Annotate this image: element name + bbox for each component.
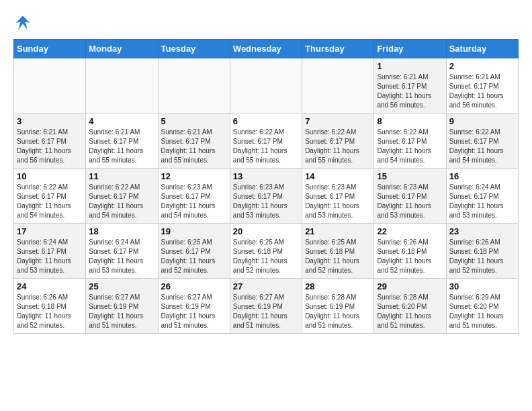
calendar-cell: 22Sunrise: 6:26 AM Sunset: 6:18 PM Dayli… [374, 224, 446, 279]
calendar-cell: 12Sunrise: 6:23 AM Sunset: 6:17 PM Dayli… [158, 169, 230, 224]
day-info: Sunrise: 6:24 AM Sunset: 6:17 PM Dayligh… [449, 183, 515, 220]
day-number: 28 [305, 281, 371, 291]
day-number: 10 [17, 171, 83, 181]
day-info: Sunrise: 6:24 AM Sunset: 6:17 PM Dayligh… [17, 238, 83, 275]
calendar-week-row: 10Sunrise: 6:22 AM Sunset: 6:17 PM Dayli… [14, 169, 519, 224]
calendar-cell: 10Sunrise: 6:22 AM Sunset: 6:17 PM Dayli… [14, 169, 86, 224]
day-info: Sunrise: 6:21 AM Sunset: 6:17 PM Dayligh… [377, 73, 443, 110]
header-sunday: Sunday [14, 40, 86, 58]
day-info: Sunrise: 6:27 AM Sunset: 6:19 PM Dayligh… [89, 293, 154, 330]
day-number: 3 [17, 116, 83, 126]
day-number: 16 [449, 171, 515, 181]
day-info: Sunrise: 6:26 AM Sunset: 6:18 PM Dayligh… [17, 293, 83, 330]
calendar-cell: 24Sunrise: 6:26 AM Sunset: 6:18 PM Dayli… [14, 279, 86, 334]
calendar-cell: 23Sunrise: 6:26 AM Sunset: 6:18 PM Dayli… [446, 224, 518, 279]
day-number: 19 [161, 226, 227, 236]
day-number: 8 [377, 116, 443, 126]
day-info: Sunrise: 6:21 AM Sunset: 6:17 PM Dayligh… [449, 73, 515, 110]
calendar-cell: 14Sunrise: 6:23 AM Sunset: 6:17 PM Dayli… [302, 169, 374, 224]
calendar-cell [302, 58, 374, 113]
day-info: Sunrise: 6:21 AM Sunset: 6:17 PM Dayligh… [161, 128, 227, 165]
day-number: 5 [161, 116, 227, 126]
day-info: Sunrise: 6:29 AM Sunset: 6:20 PM Dayligh… [449, 293, 515, 330]
calendar-cell: 29Sunrise: 6:28 AM Sunset: 6:20 PM Dayli… [374, 279, 446, 334]
calendar-cell [230, 58, 302, 113]
logo [13, 13, 35, 32]
day-info: Sunrise: 6:22 AM Sunset: 6:17 PM Dayligh… [449, 128, 515, 165]
day-number: 18 [89, 226, 154, 236]
calendar-week-row: 1Sunrise: 6:21 AM Sunset: 6:17 PM Daylig… [14, 58, 519, 113]
calendar-cell [158, 58, 230, 113]
header-monday: Monday [86, 40, 158, 58]
logo-icon [13, 13, 32, 32]
day-number: 14 [305, 171, 371, 181]
day-info: Sunrise: 6:21 AM Sunset: 6:17 PM Dayligh… [89, 128, 154, 165]
header-thursday: Thursday [302, 40, 374, 58]
calendar-cell: 6Sunrise: 6:22 AM Sunset: 6:17 PM Daylig… [230, 113, 302, 169]
header-tuesday: Tuesday [158, 40, 230, 58]
header-saturday: Saturday [446, 40, 518, 58]
day-info: Sunrise: 6:25 AM Sunset: 6:17 PM Dayligh… [161, 238, 227, 275]
day-number: 26 [161, 281, 227, 291]
calendar-cell: 8Sunrise: 6:22 AM Sunset: 6:17 PM Daylig… [374, 113, 446, 169]
calendar-cell: 27Sunrise: 6:27 AM Sunset: 6:19 PM Dayli… [230, 279, 302, 334]
day-info: Sunrise: 6:25 AM Sunset: 6:18 PM Dayligh… [233, 238, 299, 275]
calendar-table: SundayMondayTuesdayWednesdayThursdayFrid… [13, 39, 519, 334]
day-info: Sunrise: 6:27 AM Sunset: 6:19 PM Dayligh… [161, 293, 227, 330]
calendar-cell: 3Sunrise: 6:21 AM Sunset: 6:17 PM Daylig… [14, 113, 86, 169]
calendar-cell [86, 58, 158, 113]
calendar-cell: 18Sunrise: 6:24 AM Sunset: 6:17 PM Dayli… [86, 224, 158, 279]
calendar-cell: 17Sunrise: 6:24 AM Sunset: 6:17 PM Dayli… [14, 224, 86, 279]
day-number: 12 [161, 171, 227, 181]
day-number: 4 [89, 116, 154, 126]
calendar-cell: 21Sunrise: 6:25 AM Sunset: 6:18 PM Dayli… [302, 224, 374, 279]
day-number: 23 [449, 226, 515, 236]
day-info: Sunrise: 6:22 AM Sunset: 6:17 PM Dayligh… [17, 183, 83, 220]
calendar-cell: 26Sunrise: 6:27 AM Sunset: 6:19 PM Dayli… [158, 279, 230, 334]
calendar-cell: 5Sunrise: 6:21 AM Sunset: 6:17 PM Daylig… [158, 113, 230, 169]
day-number: 13 [233, 171, 299, 181]
day-number: 29 [377, 281, 443, 291]
day-number: 17 [17, 226, 83, 236]
calendar-cell: 4Sunrise: 6:21 AM Sunset: 6:17 PM Daylig… [86, 113, 158, 169]
day-info: Sunrise: 6:25 AM Sunset: 6:18 PM Dayligh… [305, 238, 371, 275]
day-number: 2 [449, 61, 515, 71]
calendar-week-row: 3Sunrise: 6:21 AM Sunset: 6:17 PM Daylig… [14, 113, 519, 169]
calendar-week-row: 24Sunrise: 6:26 AM Sunset: 6:18 PM Dayli… [14, 279, 519, 334]
day-number: 22 [377, 226, 443, 236]
page-header [13, 13, 519, 32]
day-number: 1 [377, 61, 443, 71]
day-info: Sunrise: 6:22 AM Sunset: 6:17 PM Dayligh… [233, 128, 299, 165]
day-info: Sunrise: 6:26 AM Sunset: 6:18 PM Dayligh… [377, 238, 443, 275]
day-number: 9 [449, 116, 515, 126]
day-info: Sunrise: 6:22 AM Sunset: 6:17 PM Dayligh… [89, 183, 154, 220]
day-number: 30 [449, 281, 515, 291]
day-info: Sunrise: 6:22 AM Sunset: 6:17 PM Dayligh… [377, 128, 443, 165]
day-info: Sunrise: 6:23 AM Sunset: 6:17 PM Dayligh… [377, 183, 443, 220]
calendar-cell: 19Sunrise: 6:25 AM Sunset: 6:17 PM Dayli… [158, 224, 230, 279]
day-info: Sunrise: 6:24 AM Sunset: 6:17 PM Dayligh… [89, 238, 154, 275]
day-number: 21 [305, 226, 371, 236]
calendar-week-row: 17Sunrise: 6:24 AM Sunset: 6:17 PM Dayli… [14, 224, 519, 279]
calendar-cell: 16Sunrise: 6:24 AM Sunset: 6:17 PM Dayli… [446, 169, 518, 224]
day-number: 7 [305, 116, 371, 126]
calendar-cell: 2Sunrise: 6:21 AM Sunset: 6:17 PM Daylig… [446, 58, 518, 113]
day-info: Sunrise: 6:23 AM Sunset: 6:17 PM Dayligh… [233, 183, 299, 220]
day-info: Sunrise: 6:26 AM Sunset: 6:18 PM Dayligh… [449, 238, 515, 275]
day-info: Sunrise: 6:23 AM Sunset: 6:17 PM Dayligh… [305, 183, 371, 220]
day-info: Sunrise: 6:28 AM Sunset: 6:20 PM Dayligh… [377, 293, 443, 330]
calendar-cell: 11Sunrise: 6:22 AM Sunset: 6:17 PM Dayli… [86, 169, 158, 224]
calendar-cell: 25Sunrise: 6:27 AM Sunset: 6:19 PM Dayli… [86, 279, 158, 334]
day-info: Sunrise: 6:28 AM Sunset: 6:19 PM Dayligh… [305, 293, 371, 330]
day-info: Sunrise: 6:22 AM Sunset: 6:17 PM Dayligh… [305, 128, 371, 165]
calendar-cell: 15Sunrise: 6:23 AM Sunset: 6:17 PM Dayli… [374, 169, 446, 224]
calendar-cell: 20Sunrise: 6:25 AM Sunset: 6:18 PM Dayli… [230, 224, 302, 279]
calendar-cell: 13Sunrise: 6:23 AM Sunset: 6:17 PM Dayli… [230, 169, 302, 224]
svg-marker-0 [16, 16, 30, 30]
day-number: 25 [89, 281, 154, 291]
day-number: 24 [17, 281, 83, 291]
day-number: 15 [377, 171, 443, 181]
day-info: Sunrise: 6:21 AM Sunset: 6:17 PM Dayligh… [17, 128, 83, 165]
header-wednesday: Wednesday [230, 40, 302, 58]
calendar-cell: 28Sunrise: 6:28 AM Sunset: 6:19 PM Dayli… [302, 279, 374, 334]
